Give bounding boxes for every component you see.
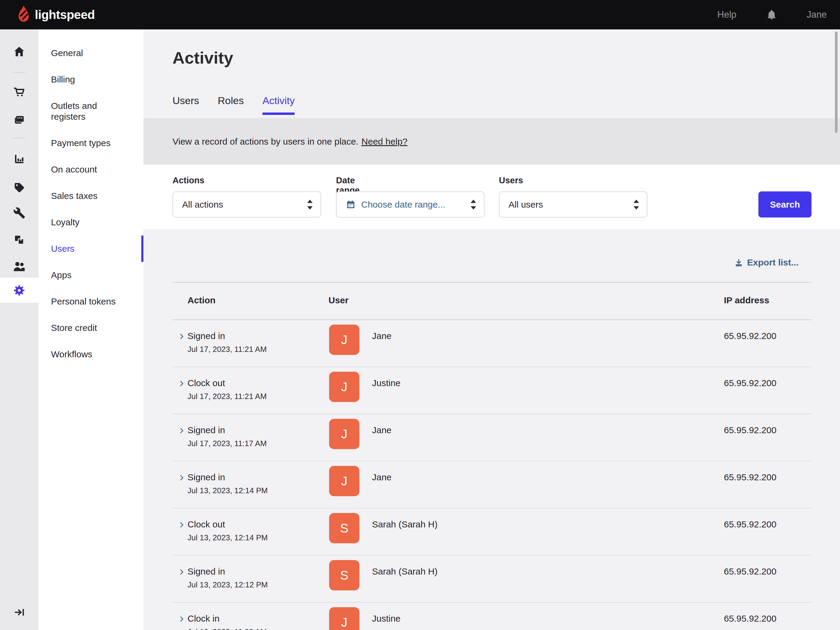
boxes-icon[interactable] <box>0 228 38 252</box>
activity-row: Clock outJul 17, 2023, 11:21 AMJJustine6… <box>172 367 812 414</box>
user-avatar: J <box>329 466 359 496</box>
main-content: Activity UsersRolesActivity View a recor… <box>144 29 840 630</box>
date-range-filter-select[interactable]: Choose date range... <box>336 191 485 218</box>
action-timestamp: Jul 13, 2023, 12:12 PM <box>188 580 268 589</box>
action-label: Signed in <box>188 425 225 435</box>
tab-activity[interactable]: Activity <box>262 95 295 115</box>
bell-icon[interactable] <box>766 9 777 21</box>
cart-icon[interactable] <box>0 81 38 104</box>
user-menu[interactable]: Jane <box>807 9 827 20</box>
tab-bar: UsersRolesActivity <box>172 95 313 115</box>
sidebar-item-on-account[interactable]: On account <box>51 164 126 175</box>
activity-row: Signed inJul 13, 2023, 12:12 PMSSarah (S… <box>172 556 812 603</box>
sidebar-item-sales-taxes[interactable]: Sales taxes <box>51 191 126 201</box>
tag-icon[interactable] <box>0 175 38 199</box>
lightspeed-brand[interactable]: lightspeed <box>17 5 95 24</box>
action-timestamp: Jul 17, 2023, 11:21 AM <box>188 392 267 401</box>
app-root: lightspeed Help Jane GeneralBillingOutle… <box>0 0 840 630</box>
column-header-action: Action <box>188 295 215 305</box>
user-avatar: J <box>329 325 359 355</box>
sidebar-item-apps[interactable]: Apps <box>51 270 126 281</box>
action-timestamp: Jul 13, 2023, 12:14 PM <box>188 486 268 495</box>
rail-divider <box>13 138 25 138</box>
action-label: Clock in <box>188 614 219 624</box>
action-label: Signed in <box>188 567 225 576</box>
export-list-button[interactable]: Export list... <box>734 257 799 268</box>
export-list-label: Export list... <box>747 257 799 268</box>
ip-address: 65.95.92.200 <box>724 519 777 529</box>
topbar-right: Help Jane <box>717 9 840 21</box>
sidebar-item-loyalty[interactable]: Loyalty <box>51 217 126 228</box>
actions-filter-select[interactable]: All actions <box>172 191 321 218</box>
tab-roles[interactable]: Roles <box>218 95 244 115</box>
spinner-arrows-icon <box>307 199 313 209</box>
chevron-right-icon[interactable] <box>178 379 186 389</box>
page-scrollbar-thumb[interactable] <box>835 32 838 133</box>
search-button[interactable]: Search <box>758 191 812 218</box>
column-header-user: User <box>328 295 349 305</box>
sidebar-item-billing[interactable]: Billing <box>51 74 126 85</box>
user-name: Jane <box>372 472 392 482</box>
spinner-arrows-icon <box>633 199 639 209</box>
action-label: Signed in <box>188 472 225 482</box>
date-range-placeholder: Choose date range... <box>361 199 445 210</box>
sidebar-item-store-credit[interactable]: Store credit <box>51 322 126 333</box>
help-link[interactable]: Help <box>717 9 736 20</box>
sidebar-item-payment-types[interactable]: Payment types <box>51 138 126 148</box>
actions-filter-label: Actions <box>172 175 204 185</box>
user-avatar: S <box>329 560 359 591</box>
activity-row: Clock inJul 13, 2023, 11:03 AMJJustine65… <box>172 603 812 630</box>
people-icon[interactable] <box>0 254 38 278</box>
sidebar-item-users[interactable]: Users <box>51 243 126 254</box>
bar-chart-icon[interactable] <box>0 147 38 171</box>
nav-rail <box>0 29 38 630</box>
user-name: Justine <box>372 378 401 388</box>
spinner-arrows-icon <box>471 199 476 209</box>
ip-address: 65.95.92.200 <box>724 472 777 482</box>
activity-row: Signed inJul 17, 2023, 11:17 AMJJane65.9… <box>172 414 812 461</box>
action-timestamp: Jul 13, 2023, 11:03 AM <box>188 627 267 630</box>
tab-users[interactable]: Users <box>172 95 199 115</box>
activity-row: Signed inJul 17, 2023, 11:21 AMJJane65.9… <box>172 320 812 367</box>
collapse-sidebar-button[interactable] <box>0 606 38 619</box>
user-name: Jane <box>372 331 392 341</box>
download-icon <box>734 258 744 267</box>
user-avatar: J <box>329 419 359 449</box>
users-filter-select[interactable]: All users <box>499 191 647 218</box>
action-label: Signed in <box>188 331 225 341</box>
ip-address: 65.95.92.200 <box>724 425 777 435</box>
user-name: Jane <box>372 425 392 435</box>
chevron-right-icon[interactable] <box>178 521 186 530</box>
user-avatar: J <box>329 372 359 402</box>
gear-icon[interactable] <box>0 278 38 302</box>
banner-text: View a record of actions by users in one… <box>172 136 358 147</box>
action-timestamp: Jul 13, 2023, 12:14 PM <box>188 533 268 542</box>
sidebar-item-workflows[interactable]: Workflows <box>51 349 126 360</box>
need-help-link[interactable]: Need help? <box>362 136 407 147</box>
wrench-icon[interactable] <box>0 201 38 225</box>
user-avatar: J <box>329 607 359 630</box>
ip-address: 65.95.92.200 <box>724 331 777 341</box>
register-icon[interactable] <box>0 107 38 131</box>
chevron-right-icon[interactable] <box>178 615 186 624</box>
chevron-right-icon[interactable] <box>178 332 186 342</box>
activity-table: Action User IP address Signed inJul 17, … <box>172 282 812 630</box>
topbar: lightspeed Help Jane <box>0 0 840 29</box>
action-timestamp: Jul 17, 2023, 11:17 AM <box>188 439 267 448</box>
actions-filter-value: All actions <box>182 199 223 210</box>
sidebar-item-personal-tokens[interactable]: Personal tokens <box>51 296 126 307</box>
user-avatar: S <box>329 513 359 543</box>
chevron-right-icon[interactable] <box>178 568 186 577</box>
activity-row: Clock outJul 13, 2023, 12:14 PMSSarah (S… <box>172 508 812 556</box>
calendar-icon <box>346 199 356 210</box>
sidebar-item-outlets-and-registers[interactable]: Outlets and registers <box>51 101 126 122</box>
home-icon[interactable] <box>0 39 38 63</box>
action-label: Clock out <box>188 378 225 388</box>
ip-address: 65.95.92.200 <box>724 378 777 388</box>
chevron-right-icon[interactable] <box>178 426 186 436</box>
lightspeed-flame-icon <box>17 5 31 24</box>
chevron-right-icon[interactable] <box>178 474 186 483</box>
action-timestamp: Jul 17, 2023, 11:21 AM <box>188 345 267 354</box>
sidebar-item-general[interactable]: General <box>51 48 126 58</box>
column-header-ip: IP address <box>724 295 769 305</box>
